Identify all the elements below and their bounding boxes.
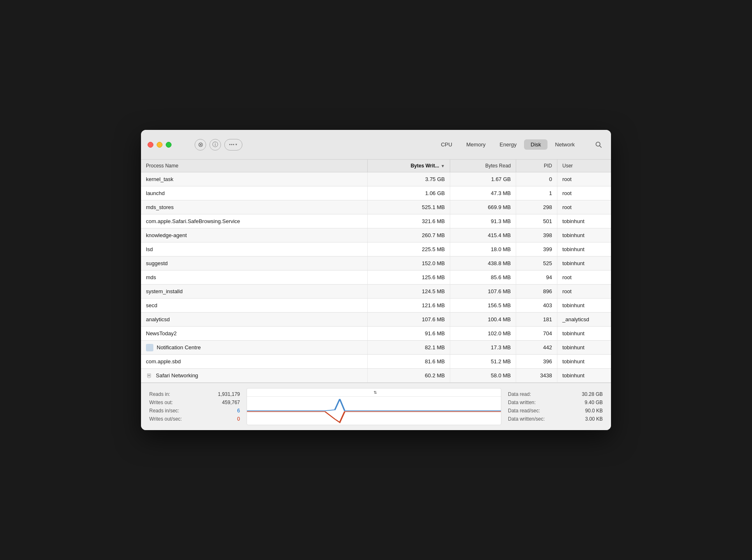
user-cell: tobinhunt — [557, 299, 611, 312]
user-cell: root — [557, 172, 611, 186]
pid-cell: 403 — [516, 299, 557, 312]
more-dots: ••• — [229, 142, 235, 147]
table-row[interactable]: launchd1.06 GB47.3 MB1root — [141, 186, 611, 200]
user-cell: tobinhunt — [557, 256, 611, 270]
stat-row: Reads in:1,931,179 — [149, 391, 240, 398]
stat-value: 1,931,179 — [218, 391, 240, 397]
chart-area: ⇅ — [247, 388, 501, 425]
user-cell: root — [557, 186, 611, 200]
titlebar-controls: ⊗ ⓘ ••• ▾ — [195, 139, 242, 151]
stat-label: Reads in: — [149, 391, 170, 397]
user-cell: tobinhunt — [557, 214, 611, 228]
table-row[interactable]: NewsToday291.6 MB102.0 MB704tobinhunt — [141, 327, 611, 341]
stat-value: 0 — [237, 416, 240, 422]
shield-icon: ⛨ — [146, 372, 153, 379]
tab-disk[interactable]: Disk — [524, 139, 548, 150]
process-name-cell: kernel_task — [141, 172, 368, 186]
close-button[interactable] — [148, 142, 153, 148]
info-button[interactable]: ⓘ — [209, 139, 221, 151]
pid-cell: 3438 — [516, 369, 557, 382]
tab-network[interactable]: Network — [548, 139, 581, 150]
chart-content — [247, 397, 501, 425]
user-cell: tobinhunt — [557, 341, 611, 354]
user-cell: tobinhunt — [557, 242, 611, 256]
tab-bar: CPUMemoryEnergyDiskNetwork — [434, 139, 581, 150]
more-button[interactable]: ••• ▾ — [224, 139, 242, 151]
table-row[interactable]: kernel_task3.75 GB1.67 GB0root — [141, 172, 611, 186]
table-row[interactable]: secd121.6 MB156.5 MB403tobinhunt — [141, 299, 611, 313]
stat-label: Data read: — [508, 391, 531, 397]
bytes-read-cell: 91.3 MB — [450, 214, 516, 228]
bytes-read-cell: 51.2 MB — [450, 355, 516, 368]
table-row[interactable]: suggestd152.0 MB438.8 MB525tobinhunt — [141, 256, 611, 271]
pid-cell: 298 — [516, 200, 557, 214]
th-bytes_read[interactable]: Bytes Read — [450, 160, 516, 172]
titlebar: ⊗ ⓘ ••• ▾ CPUMemoryEnergyDiskNetwork — [141, 130, 611, 160]
sort-arrow-icon: ▼ — [441, 164, 445, 168]
stat-label: Writes out: — [149, 400, 173, 405]
chart-header: ⇅ — [247, 388, 501, 397]
stat-value: 3.00 KB — [585, 416, 603, 422]
table-row[interactable]: com.apple.sbd81.6 MB51.2 MB396tobinhunt — [141, 355, 611, 369]
bytes-read-cell: 156.5 MB — [450, 299, 516, 312]
pid-cell: 399 — [516, 242, 557, 256]
table-row[interactable]: ⛨Safari Networking60.2 MB58.0 MB3438tobi… — [141, 369, 611, 383]
stat-label: Data written/sec: — [508, 416, 545, 422]
process-name-cell: ⛨Safari Networking — [141, 369, 368, 382]
pid-cell: 442 — [516, 341, 557, 354]
table-row[interactable]: com.apple.Safari.SafeBrowsing.Service321… — [141, 214, 611, 228]
table-row[interactable]: knowledge-agent260.7 MB415.4 MB398tobinh… — [141, 228, 611, 242]
tab-energy[interactable]: Energy — [493, 139, 523, 150]
process-name-cell: mds_stores — [141, 200, 368, 214]
th-bytes_written[interactable]: Bytes Writ...▼ — [368, 160, 450, 172]
process-name-cell: analyticsd — [141, 313, 368, 326]
tab-memory[interactable]: Memory — [460, 139, 492, 150]
table-body: kernel_task3.75 GB1.67 GB0rootlaunchd1.0… — [141, 172, 611, 383]
table-header: Process NameBytes Writ...▼Bytes ReadPIDU… — [141, 160, 611, 172]
process-name-label: com.apple.sbd — [146, 358, 181, 365]
stat-row: Data read/sec:90.0 KB — [508, 407, 603, 414]
table-row[interactable]: mds_stores525.1 MB669.9 MB298root — [141, 200, 611, 214]
table-row[interactable]: mds125.6 MB85.6 MB94root — [141, 271, 611, 285]
bytes-written-cell: 91.6 MB — [368, 327, 450, 340]
table-row[interactable]: analyticsd107.6 MB100.4 MB181_analyticsd — [141, 313, 611, 327]
minimize-button[interactable] — [157, 142, 162, 148]
stop-button[interactable]: ⊗ — [195, 139, 206, 151]
bytes-written-cell: 60.2 MB — [368, 369, 450, 382]
bytes-read-cell: 58.0 MB — [450, 369, 516, 382]
process-name-label: analyticsd — [146, 316, 170, 322]
table-row[interactable]: lsd225.5 MB18.0 MB399tobinhunt — [141, 242, 611, 256]
process-name-cell: NewsToday2 — [141, 327, 368, 340]
table-row[interactable]: Notification Centre82.1 MB17.3 MB442tobi… — [141, 341, 611, 355]
process-name-label: Safari Networking — [156, 372, 198, 379]
process-name-label: launchd — [146, 190, 165, 196]
chart-sort-icon[interactable]: ⇅ — [374, 390, 377, 395]
process-name-label: kernel_task — [146, 176, 173, 182]
table-row[interactable]: system_installd124.5 MB107.6 MB896root — [141, 285, 611, 299]
bytes-written-cell: 225.5 MB — [368, 242, 450, 256]
process-name-cell: Notification Centre — [141, 341, 368, 354]
stats-left: Reads in:1,931,179Writes out:459,767Read… — [149, 391, 240, 423]
bytes-read-cell: 47.3 MB — [450, 186, 516, 200]
process-name-label: mds — [146, 274, 156, 280]
pid-cell: 396 — [516, 355, 557, 368]
process-name-label: mds_stores — [146, 204, 174, 210]
stat-value: 459,767 — [222, 400, 240, 405]
stat-value: 90.0 KB — [585, 408, 603, 414]
search-icon — [595, 141, 602, 148]
stats-right: Data read:30.28 GBData written:9.40 GBDa… — [508, 391, 603, 423]
search-button[interactable] — [593, 139, 604, 151]
tab-cpu[interactable]: CPU — [434, 139, 458, 150]
th-user[interactable]: User — [557, 160, 611, 172]
th-pid[interactable]: PID — [516, 160, 557, 172]
stat-row: Writes out:459,767 — [149, 399, 240, 406]
bytes-written-cell: 124.5 MB — [368, 285, 450, 298]
stat-label: Data written: — [508, 400, 536, 405]
maximize-button[interactable] — [166, 142, 172, 148]
io-chart — [247, 397, 501, 425]
bytes-written-cell: 321.6 MB — [368, 214, 450, 228]
bytes-read-cell: 415.4 MB — [450, 228, 516, 242]
th-process[interactable]: Process Name — [141, 160, 368, 172]
user-cell: tobinhunt — [557, 228, 611, 242]
bytes-written-cell: 260.7 MB — [368, 228, 450, 242]
